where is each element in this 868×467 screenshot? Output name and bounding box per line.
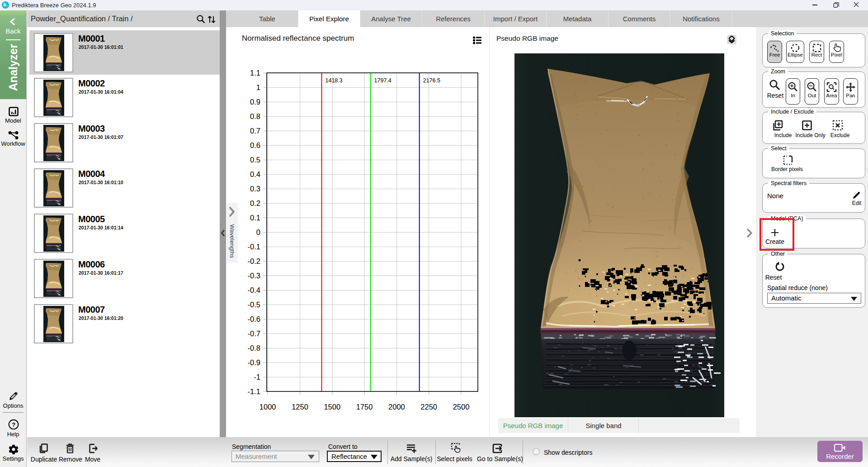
svg-text:-1.1: -1.1 — [248, 387, 260, 396]
svg-text:-0.8: -0.8 — [248, 344, 260, 352]
svg-text:0.8: 0.8 — [250, 112, 260, 120]
svg-text:-0.7: -0.7 — [248, 329, 260, 338]
svg-text:-0.2: -0.2 — [248, 257, 260, 265]
svg-text:1250: 1250 — [292, 403, 308, 411]
svg-text:2000: 2000 — [388, 403, 405, 411]
svg-text:0.4: 0.4 — [250, 170, 260, 178]
svg-text:1418.3: 1418.3 — [326, 77, 343, 84]
svg-text:0.3: 0.3 — [250, 185, 260, 193]
svg-text:0.1: 0.1 — [250, 214, 260, 222]
svg-text:1797.4: 1797.4 — [374, 77, 392, 84]
svg-text:-0.9: -0.9 — [248, 358, 260, 367]
svg-text:1: 1 — [256, 83, 260, 91]
svg-text:1500: 1500 — [324, 403, 340, 411]
svg-text:1000: 1000 — [259, 403, 276, 411]
svg-text:0.6: 0.6 — [250, 141, 260, 149]
svg-text:-0.6: -0.6 — [248, 315, 260, 323]
svg-text:0: 0 — [256, 228, 260, 236]
svg-text:-1: -1 — [254, 373, 260, 381]
svg-text:2250: 2250 — [420, 403, 437, 411]
svg-text:-0.3: -0.3 — [248, 272, 260, 280]
svg-text:0.7: 0.7 — [250, 127, 260, 135]
svg-text:1750: 1750 — [356, 403, 373, 411]
svg-text:0.5: 0.5 — [250, 156, 260, 164]
svg-text:?: ? — [12, 421, 15, 428]
svg-text:0.9: 0.9 — [250, 98, 260, 106]
svg-text:1.1: 1.1 — [250, 69, 260, 77]
svg-text:-0.5: -0.5 — [248, 300, 260, 309]
svg-text:-0.1: -0.1 — [248, 243, 260, 251]
svg-text:2500: 2500 — [453, 403, 470, 411]
svg-text:2176.5: 2176.5 — [423, 77, 440, 84]
svg-text:0.2: 0.2 — [250, 199, 260, 207]
svg-text:-0.4: -0.4 — [248, 286, 260, 294]
